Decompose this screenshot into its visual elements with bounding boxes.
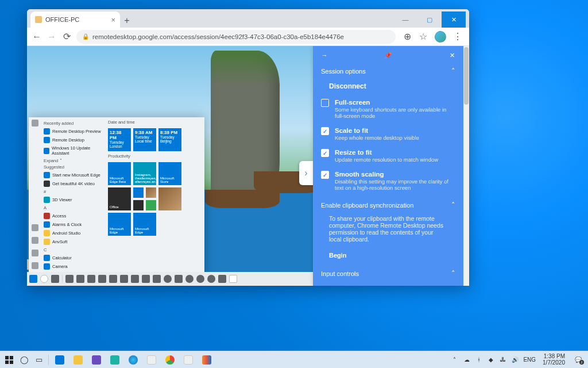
disconnect-button[interactable]: Disconnect xyxy=(313,78,463,95)
chevron-up-icon[interactable]: ˄ xyxy=(451,269,455,278)
window-minimize-button[interactable]: — xyxy=(393,12,417,28)
tile-edge-2[interactable]: Microsoft Edge xyxy=(133,213,156,236)
remote-pinned-icon[interactable] xyxy=(120,275,128,283)
app-item[interactable]: Alarms & Clock xyxy=(44,220,103,229)
tile-edge-beta[interactable]: Microsoft Edge Beta xyxy=(108,162,131,185)
action-center-icon[interactable]: 💬2 xyxy=(572,355,585,365)
remote-search-icon[interactable] xyxy=(40,275,48,283)
remote-pinned-icon[interactable] xyxy=(98,275,106,283)
tile-ms-store[interactable]: Microsoft Store xyxy=(158,162,181,185)
host-file-explorer-icon[interactable] xyxy=(71,354,86,366)
profile-avatar[interactable] xyxy=(435,31,446,43)
clock-tile[interactable]: 9:38 AMTuesdayLocal time xyxy=(133,128,156,151)
remote-taskview-icon[interactable] xyxy=(51,275,59,283)
host-edge-icon[interactable] xyxy=(126,354,141,366)
panel-close-icon[interactable]: ✕ xyxy=(447,51,457,60)
start-app-list[interactable]: Recently added Remote Desktop Preview Re… xyxy=(41,117,106,282)
remote-pinned-icon[interactable] xyxy=(131,275,139,283)
clock-tile[interactable]: 12:38 PMTuesdayLondon xyxy=(108,128,131,151)
tile-photo[interactable] xyxy=(158,187,181,210)
new-tab-button[interactable]: + xyxy=(120,14,134,28)
chrome-menu-icon[interactable]: ⋮ xyxy=(453,32,462,41)
host-start-button[interactable] xyxy=(3,354,15,366)
app-item[interactable]: Camera xyxy=(44,262,103,271)
app-item[interactable]: Remote Desktop Preview xyxy=(44,127,103,136)
checkbox-scale-to-fit[interactable] xyxy=(321,127,329,135)
tile-small[interactable] xyxy=(133,200,144,210)
remote-pinned-icon[interactable] xyxy=(109,275,117,283)
start-settings-icon[interactable] xyxy=(32,262,38,269)
tile-edge[interactable]: Microsoft Edge xyxy=(108,213,131,236)
letter-hash[interactable]: # xyxy=(44,189,103,194)
bookmark-star-icon[interactable]: ☆ xyxy=(419,32,428,41)
start-account-icon[interactable] xyxy=(32,224,38,231)
app-item[interactable]: Calculator xyxy=(44,254,103,262)
window-close-button[interactable]: ✕ xyxy=(442,12,466,28)
host-pinned-app[interactable] xyxy=(181,354,196,366)
chevron-up-icon[interactable]: ˄ xyxy=(451,67,455,75)
letter-a[interactable]: A xyxy=(44,205,103,210)
app-item[interactable]: Android Studio xyxy=(44,229,103,237)
option-smooth-scaling[interactable]: Smooth scalingDisabling this setting may… xyxy=(313,167,463,195)
host-chrome-icon[interactable] xyxy=(163,354,177,366)
app-item[interactable]: Get beautiful 4K video xyxy=(44,179,103,188)
tile-office[interactable]: Office xyxy=(108,187,131,210)
remote-edge-icon[interactable] xyxy=(185,275,194,283)
tile-instagram[interactable]: Instagram, theallenreyes, allenreyes.an… xyxy=(133,162,156,185)
nav-back-icon[interactable]: ← xyxy=(32,32,42,42)
remote-chrome-icon[interactable] xyxy=(164,275,172,283)
clock-tile[interactable]: 8:38 PMTuesdayBeijing xyxy=(158,128,181,151)
tray-language[interactable]: ENG xyxy=(523,356,536,363)
tile-mail[interactable] xyxy=(133,187,144,198)
host-pinned-app[interactable] xyxy=(199,354,214,366)
tray-network-icon[interactable]: 🖧 xyxy=(499,356,506,363)
remote-pinned-icon[interactable] xyxy=(87,275,95,283)
remote-pinned-icon[interactable] xyxy=(142,275,150,283)
checkbox-resize-to-fit[interactable] xyxy=(321,149,329,157)
remote-edge-icon[interactable] xyxy=(207,275,215,283)
remote-pinned-icon[interactable] xyxy=(175,275,183,283)
app-item[interactable]: Remote Desktop xyxy=(44,136,103,144)
chevron-up-icon[interactable]: ˄ xyxy=(451,201,455,209)
tray-volume-icon[interactable]: 🔊 xyxy=(511,356,519,363)
section-expand[interactable]: Expand ˅ xyxy=(44,158,103,163)
remote-start-button[interactable] xyxy=(29,275,37,283)
address-bar[interactable]: 🔒 remotedesktop.google.com/access/sessio… xyxy=(76,30,396,44)
window-maximize-button[interactable]: ▢ xyxy=(417,12,442,28)
clipboard-begin-button[interactable]: Begin xyxy=(313,246,463,264)
nav-reload-icon[interactable]: ⟳ xyxy=(61,32,72,42)
letter-c[interactable]: C xyxy=(44,247,103,252)
scrollbar-thumb[interactable] xyxy=(464,47,469,105)
tray-bluetooth-icon[interactable]: ᚼ xyxy=(475,356,482,363)
host-pinned-app[interactable] xyxy=(52,354,67,366)
panel-collapse-handle[interactable]: › xyxy=(299,161,313,185)
tray-overflow-icon[interactable]: ˄ xyxy=(451,356,458,363)
chrome-tab-office-pc[interactable]: OFFICE-PC × xyxy=(30,12,120,28)
start-menu-icon[interactable] xyxy=(32,120,38,126)
start-pictures-icon[interactable] xyxy=(32,250,38,256)
host-pinned-app[interactable] xyxy=(107,354,122,366)
remote-edge-icon[interactable] xyxy=(196,275,204,283)
option-fullscreen[interactable]: Full-screenSome keyboard shortcuts are o… xyxy=(313,95,463,123)
host-clock[interactable]: 1:38 PM 1/7/2020 xyxy=(540,354,567,366)
remote-explorer-icon[interactable] xyxy=(65,275,74,283)
remote-pinned-icon[interactable] xyxy=(218,275,226,283)
content-scrollbar[interactable] xyxy=(463,46,469,286)
tile-pic[interactable] xyxy=(146,187,156,198)
host-search-icon[interactable]: ◯ xyxy=(18,354,30,366)
app-item[interactable]: Windows 10 Update Assistant xyxy=(44,144,103,157)
panel-pin-icon[interactable]: 📌 xyxy=(384,51,393,60)
option-scale-to-fit[interactable]: Scale to fitKeep whole remote desktop vi… xyxy=(313,123,463,145)
ctrl-alt-del-button[interactable]: Press "Ctrl+Alt+Del" xyxy=(313,280,463,286)
tray-app-icon[interactable]: ◆ xyxy=(487,356,494,363)
nav-forward-icon[interactable]: → xyxy=(47,32,57,42)
checkbox-fullscreen[interactable] xyxy=(321,99,329,107)
remote-pinned-icon[interactable] xyxy=(229,275,237,283)
app-item[interactable]: 3D Viewer xyxy=(44,195,103,204)
checkbox-smooth-scaling[interactable] xyxy=(321,171,329,179)
tile-play[interactable] xyxy=(146,200,156,210)
install-app-icon[interactable]: ⊕ xyxy=(403,32,412,41)
host-taskview-icon[interactable]: ▭ xyxy=(33,354,45,366)
app-item[interactable]: AnvSoft xyxy=(44,237,103,246)
app-item[interactable]: Start new Microsoft Edge xyxy=(44,171,103,179)
